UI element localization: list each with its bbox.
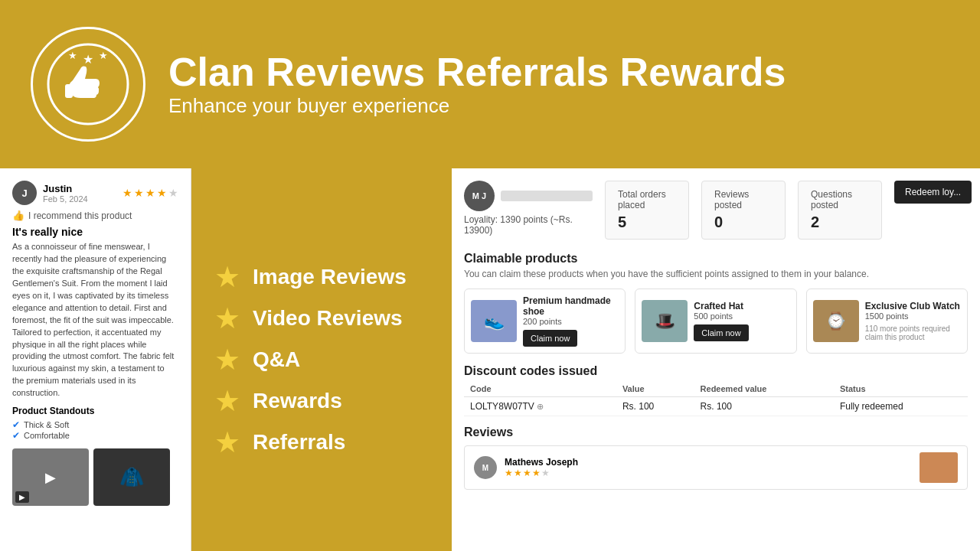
review-row-stars: ★ ★ ★ ★ ★ (505, 468, 912, 478)
svg-text:★: ★ (99, 50, 108, 61)
recommend-text: I recommend this product (28, 210, 132, 221)
claim-shoe-button[interactable]: Claim now (523, 330, 577, 347)
star-4: ★ (157, 187, 167, 199)
stat-total-orders: Total orders placed 5 (605, 181, 689, 240)
claimable-products-list: 👟 Premium handmade shoe 200 points Claim… (464, 289, 968, 354)
standout-2: ✔ Comfortable (12, 430, 178, 441)
check-icon-1: ✔ (12, 419, 20, 430)
feature-qa: ★ Q&A (214, 343, 429, 377)
feature-label-3: Q&A (253, 347, 300, 372)
product-name-shoe: Premium handmade shoe (523, 295, 619, 317)
standout-label-2: Comfortable (24, 431, 70, 440)
feature-label-4: Rewards (253, 389, 342, 413)
reviews-section: Reviews M Mathews Joseph ★ ★ ★ ★ ★ (464, 425, 968, 490)
review-images: ▶ ▶ 🧥 (12, 448, 178, 506)
svg-text:★: ★ (68, 50, 77, 61)
star-5: ★ (168, 187, 178, 199)
play-button-overlay[interactable]: ▶ (15, 491, 29, 503)
feature-star-2: ★ (214, 302, 240, 335)
feature-label-5: Referrals (253, 430, 345, 455)
col-code: Code (464, 381, 616, 397)
user-avatar-row: M J (464, 181, 593, 211)
product-points-watch: 1500 points (865, 311, 961, 321)
review-thumbnail (920, 452, 958, 483)
review-title: It's really nice (12, 226, 178, 238)
app-subtitle: Enhance your buyer experience (168, 94, 786, 118)
discount-redeemed-value: Rs. 100 (694, 397, 834, 416)
redeem-loyalty-button[interactable]: Redeem loy... (894, 181, 972, 204)
header-text-block: Clan Reviews Referrals Rewards Enhance y… (168, 51, 786, 118)
feature-image-reviews: ★ Image Reviews (214, 260, 429, 294)
reviews-section-title: Reviews (464, 425, 968, 439)
discount-table: Code Value Redeemed value Status LOLTY8W… (464, 381, 968, 416)
stat-value-orders: 5 (618, 214, 676, 231)
col-redeemed: Redeemed value (694, 381, 834, 397)
review-row-card: M Mathews Joseph ★ ★ ★ ★ ★ (464, 445, 968, 490)
product-card-shoe: 👟 Premium handmade shoe 200 points Claim… (464, 289, 626, 354)
product-info-shoe: Premium handmade shoe 200 points Claim n… (523, 295, 619, 347)
claimable-desc: You can claim these products when you ha… (464, 269, 968, 279)
feature-referrals: ★ Referrals (214, 425, 429, 459)
discount-row-1: LOLTY8W07TV ⊕ Rs. 100 Rs. 100 Fully rede… (464, 397, 968, 416)
rstar-4: ★ (532, 468, 541, 478)
reviewer-name: Justin (43, 183, 122, 194)
reviewer-date: Feb 5, 2024 (43, 194, 122, 204)
product-name-watch: Exclusive Club Watch (865, 301, 961, 311)
standouts-title: Product Standouts (12, 406, 178, 416)
loyalty-text: Loyality: 1390 points (~Rs. 13900) (464, 214, 593, 236)
star-1: ★ (122, 187, 132, 199)
app-title: Clan Reviews Referrals Rewards (168, 51, 786, 94)
header-logo: ★ ★ ★ (31, 27, 145, 142)
header: ★ ★ ★ Clan Reviews Referrals Rewards Enh… (0, 0, 980, 168)
check-icon-2: ✔ (12, 430, 20, 441)
review-panel: J Justin Feb 5, 2024 ★ ★ ★ ★ ★ 👍 I recom… (0, 168, 191, 551)
feature-star-5: ★ (214, 425, 240, 459)
feature-label-2: Video Reviews (253, 306, 403, 331)
product-name-hat: Crafted Hat (694, 301, 789, 311)
rstar-1: ★ (505, 468, 513, 478)
standout-1: ✔ Thick & Soft (12, 419, 178, 430)
review-image-1: ▶ ▶ (12, 448, 89, 506)
product-image-watch: ⌚ (813, 300, 859, 342)
stat-value-questions: 2 (811, 214, 869, 231)
claim-hat-button[interactable]: Claim now (694, 324, 748, 341)
suit-icon: 🧥 (119, 465, 144, 489)
stat-label-orders: Total orders placed (618, 189, 676, 210)
col-value: Value (616, 381, 694, 397)
review-meta-name: Mathews Joseph (505, 457, 912, 468)
star-2: ★ (134, 187, 144, 199)
review-body: As a connoisseur of fine menswear, I rec… (12, 241, 178, 399)
product-card-hat: 🎩 Crafted Hat 500 points Claim now (635, 289, 796, 354)
copy-icon[interactable]: ⊕ (537, 402, 544, 411)
feature-rewards: ★ Rewards (214, 384, 429, 418)
feature-label-1: Image Reviews (253, 265, 407, 289)
product-points-shoe: 200 points (523, 317, 619, 326)
col-status: Status (834, 381, 968, 397)
rstar-5: ★ (541, 468, 550, 478)
product-info-hat: Crafted Hat 500 points Claim now (694, 301, 789, 341)
thumbs-up-icon: 👍 (12, 210, 24, 221)
stat-label-questions: Questions posted (811, 189, 869, 210)
review-image-2: 🧥 (93, 448, 170, 506)
product-info-watch: Exclusive Club Watch 1500 points 110 mor… (865, 301, 961, 341)
feature-star-3: ★ (214, 343, 240, 377)
recommend-badge: 👍 I recommend this product (12, 210, 178, 221)
reviewer-header: J Justin Feb 5, 2024 ★ ★ ★ ★ ★ (12, 181, 178, 205)
discount-status: Fully redeemed (834, 397, 968, 416)
stat-questions: Questions posted 2 (798, 181, 882, 240)
stat-reviews-posted: Reviews posted 0 (701, 181, 786, 240)
play-icon: ▶ (45, 469, 56, 486)
star-3: ★ (145, 187, 155, 199)
features-panel: ★ Image Reviews ★ Video Reviews ★ Q&A ★ … (191, 168, 452, 551)
review-meta: Mathews Joseph ★ ★ ★ ★ ★ (505, 457, 912, 478)
avatar: J (12, 181, 37, 205)
product-note-watch: 110 more points required claim this prod… (865, 324, 961, 341)
product-points-hat: 500 points (694, 311, 789, 321)
rating-stars: ★ ★ ★ ★ ★ (122, 187, 178, 199)
stat-value-reviews: 0 (714, 214, 773, 231)
feature-star-1: ★ (214, 260, 240, 294)
user-name-placeholder (501, 191, 593, 201)
discount-section: Discount codes issued Code Value Redeeme… (464, 364, 968, 416)
discount-title: Discount codes issued (464, 364, 968, 378)
rstar-2: ★ (514, 468, 522, 478)
